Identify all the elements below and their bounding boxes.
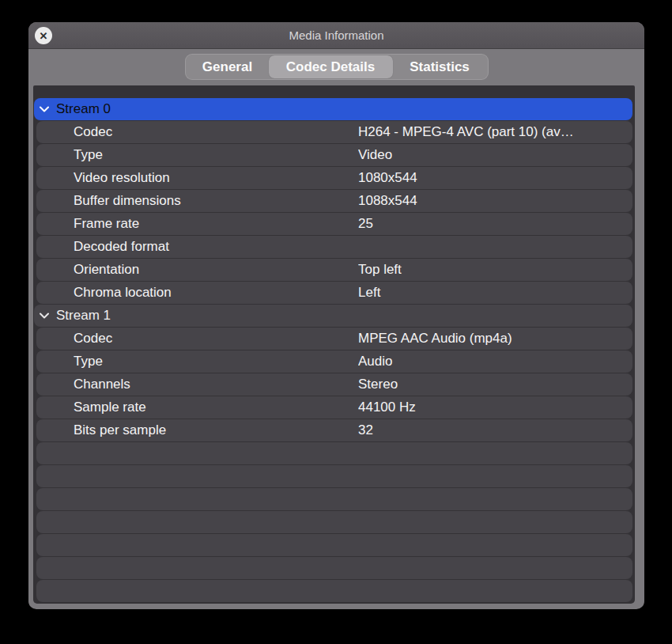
table-row-type[interactable]: Type Audio <box>36 350 632 373</box>
tab-statistics[interactable]: Statistics <box>393 55 487 78</box>
table-row-video-resolution[interactable]: Video resolution 1080x544 <box>36 167 632 189</box>
stream-0-header-row[interactable]: Stream 0 <box>34 98 632 120</box>
table-row-frame-rate[interactable]: Frame rate 25 <box>36 213 632 235</box>
table-row-buffer-dimensions[interactable]: Buffer dimensions 1088x544 <box>36 190 632 212</box>
table-row-decoded-format[interactable]: Decoded format <box>36 236 632 258</box>
row-label: Codec <box>74 124 112 140</box>
row-label: Chroma location <box>74 285 172 301</box>
row-value: Top left <box>358 262 628 278</box>
row-label: Decoded format <box>74 239 169 255</box>
codec-details-table: Stream 0 Codec H264 - MPEG-4 AVC (part 1… <box>33 85 635 604</box>
empty-table-row[interactable] <box>36 442 632 464</box>
stream-header-label: Stream 1 <box>56 308 111 324</box>
row-value: Audio <box>358 354 628 369</box>
table-row-type[interactable]: Type Video <box>36 144 632 166</box>
screen-background: ✕ Media Information General Codec Detail… <box>0 0 672 644</box>
row-label: Codec <box>74 331 112 347</box>
row-label: Sample rate <box>74 400 146 415</box>
row-value: H264 - MPEG-4 AVC (part 10) (av… <box>358 124 628 140</box>
table-row-sample-rate[interactable]: Sample rate 44100 Hz <box>36 396 632 419</box>
row-value: 1080x544 <box>358 170 628 186</box>
row-value: MPEG AAC Audio (mp4a) <box>358 331 628 347</box>
row-label: Video resolution <box>74 170 170 186</box>
row-value: 32 <box>358 422 628 438</box>
row-label: Channels <box>74 377 130 392</box>
table-row-codec[interactable]: Codec H264 - MPEG-4 AVC (part 10) (av… <box>36 121 632 143</box>
window-title: Media Information <box>28 22 644 49</box>
tab-codec-details[interactable]: Codec Details <box>269 55 393 78</box>
table-row-chroma-location[interactable]: Chroma location Left <box>36 282 632 304</box>
row-label: Buffer dimensions <box>74 193 181 209</box>
table-row-orientation[interactable]: Orientation Top left <box>36 259 632 281</box>
row-label: Frame rate <box>74 216 139 232</box>
empty-table-row[interactable] <box>36 511 632 533</box>
row-value: Stereo <box>358 377 628 392</box>
segmented-control: General Codec Details Statistics <box>185 54 489 80</box>
row-label: Bits per sample <box>74 422 166 438</box>
table-row-bits-per-sample[interactable]: Bits per sample 32 <box>36 419 632 441</box>
tab-general[interactable]: General <box>187 55 269 78</box>
row-label: Orientation <box>74 262 139 278</box>
table-row-codec[interactable]: Codec MPEG AAC Audio (mp4a) <box>36 328 632 350</box>
row-value: Left <box>358 285 628 301</box>
row-value: 1088x544 <box>358 193 628 209</box>
row-label: Type <box>74 147 103 163</box>
stream-1-header-row[interactable]: Stream 1 <box>34 305 632 327</box>
table-row-channels[interactable]: Channels Stereo <box>36 373 632 396</box>
empty-table-row[interactable] <box>36 557 632 579</box>
media-information-window: ✕ Media Information General Codec Detail… <box>28 22 644 609</box>
stream-header-label: Stream 0 <box>56 101 111 117</box>
chevron-down-icon <box>40 313 49 319</box>
empty-table-row[interactable] <box>36 580 632 602</box>
empty-table-row[interactable] <box>36 488 632 510</box>
row-label: Type <box>74 354 103 369</box>
row-value: 44100 Hz <box>358 400 628 415</box>
row-value: Video <box>358 147 628 163</box>
title-bar[interactable]: ✕ Media Information <box>28 22 644 49</box>
empty-table-row[interactable] <box>36 465 632 487</box>
chevron-down-icon <box>40 106 49 112</box>
tab-bar: General Codec Details Statistics <box>28 49 644 85</box>
row-value: 25 <box>358 216 628 232</box>
empty-table-row[interactable] <box>36 534 632 556</box>
